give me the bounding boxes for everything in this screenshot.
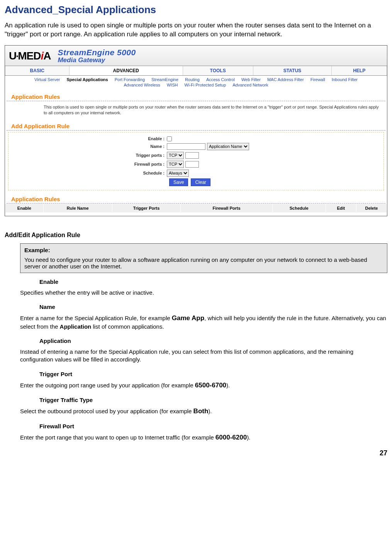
- product-line1: StreamEngine 5000: [58, 48, 136, 57]
- logo-med: MED: [18, 50, 41, 62]
- field-app-head: Application: [39, 338, 387, 344]
- save-button[interactable]: Save: [169, 178, 188, 186]
- subnav-mac-filter[interactable]: MAC Address Filter: [267, 77, 304, 82]
- txt: list of common applications.: [91, 323, 164, 330]
- col-rule-name: Rule Name: [43, 204, 112, 212]
- txt: ).: [247, 434, 250, 441]
- page-number: 27: [5, 449, 387, 457]
- sub-nav-row2: Advanced Wireless WISH Wi-Fi Protected S…: [5, 83, 387, 90]
- tab-basic[interactable]: BASIC: [5, 66, 70, 75]
- subnav-wish[interactable]: WISH: [167, 83, 178, 87]
- enable-checkbox[interactable]: [167, 136, 172, 141]
- subnav-access-control[interactable]: Access Control: [206, 77, 235, 82]
- tab-help[interactable]: HELP: [332, 66, 387, 75]
- firewall-port-input[interactable]: [185, 161, 199, 168]
- field-fport-head: Firewall Port: [39, 423, 387, 429]
- bold-6500-6700: 6500-6700: [195, 382, 226, 389]
- subnav-adv-network[interactable]: Advanced Network: [232, 83, 268, 87]
- subnav-inbound-filter[interactable]: Inbound Filter: [332, 77, 358, 82]
- name-label: Name :: [12, 144, 167, 149]
- router-logo: U▪MEDiA StreamEngine 5000 Media Gateway: [9, 48, 136, 64]
- name-input[interactable]: [167, 143, 205, 150]
- tab-status[interactable]: STATUS: [253, 66, 332, 75]
- clear-button[interactable]: Clear: [191, 178, 210, 186]
- doc-subhead: Add/Edit Application Rule: [5, 232, 387, 239]
- logo-u: U: [9, 50, 16, 62]
- subnav-special-apps[interactable]: Special Applications: [67, 77, 108, 82]
- section-app-rules-header: Application Rules: [7, 90, 385, 101]
- txt: Enter the port range that you want to op…: [20, 434, 216, 441]
- txt: ).: [208, 408, 212, 414]
- section-app-rules-desc: This option is used to open single or mu…: [5, 101, 387, 119]
- logo-icon: U▪MEDiA: [9, 50, 51, 62]
- field-enable-desc: Specifies whether the entry will be acti…: [20, 289, 387, 297]
- section-add-rule-header: Add Application Rule: [7, 119, 385, 131]
- field-tport-desc: Enter the outgoing port range used by yo…: [20, 381, 387, 390]
- add-rule-form: Enable : Name : Application Name Trigger…: [8, 132, 384, 190]
- col-edit: Edit: [326, 204, 356, 212]
- schedule-label: Schedule :: [12, 171, 167, 175]
- field-enable-head: Enable: [39, 278, 387, 285]
- logo-redi: i: [41, 50, 43, 62]
- col-schedule: Schedule: [272, 204, 326, 212]
- subnav-virtual-server[interactable]: Virtual Server: [34, 77, 60, 82]
- txt: ).: [226, 382, 230, 389]
- bold-both: Both: [193, 407, 209, 415]
- tab-advanced[interactable]: ADVANCED: [69, 66, 183, 75]
- bold-game-app: Game App: [172, 314, 204, 322]
- field-ttype-desc: Select the outbound protocol used by you…: [20, 407, 387, 416]
- subnav-streamengine[interactable]: StreamEngine: [151, 77, 178, 82]
- logo-a: A: [43, 50, 51, 62]
- col-firewall-ports: Firewall Ports: [181, 204, 272, 212]
- rules-table: Enable Rule Name Trigger Ports Firewall …: [5, 204, 387, 213]
- txt: Enter a name for the Special Application…: [20, 315, 172, 321]
- subnav-port-forwarding[interactable]: Port Forwarding: [115, 77, 145, 82]
- section-rules-table-header: Application Rules: [7, 192, 385, 204]
- field-tport-head: Trigger Port: [39, 371, 387, 377]
- subnav-adv-wireless[interactable]: Advanced Wireless: [124, 83, 160, 87]
- example-title: Example:: [24, 247, 383, 253]
- application-name-select[interactable]: Application Name: [207, 143, 249, 150]
- example-box: Example: You need to configure your rout…: [20, 243, 387, 273]
- router-header: U▪MEDiA StreamEngine 5000 Media Gateway: [5, 46, 387, 66]
- tab-tools[interactable]: TOOLS: [183, 66, 253, 75]
- main-tabs: BASIC ADVANCED TOOLS STATUS HELP: [5, 66, 387, 76]
- schedule-select[interactable]: Always: [167, 170, 189, 177]
- firewall-proto-select[interactable]: TCP: [167, 161, 184, 168]
- example-body: You need to configure your router to all…: [24, 256, 383, 270]
- subnav-firewall[interactable]: Firewall: [311, 77, 325, 82]
- subnav-routing[interactable]: Routing: [185, 77, 200, 82]
- subnav-wps[interactable]: Wi-Fi Protected Setup: [185, 83, 226, 87]
- router-screenshot-frame: U▪MEDiA StreamEngine 5000 Media Gateway …: [5, 45, 387, 216]
- bold-6000-6200: 6000-6200: [216, 434, 247, 441]
- col-trigger-ports: Trigger Ports: [112, 204, 181, 212]
- field-app-desc: Instead of entering a name for the Speci…: [20, 348, 387, 364]
- page-title: Advanced_Special Applications: [5, 4, 387, 16]
- product-line2: Media Gateway: [58, 56, 136, 64]
- firewall-ports-label: Firewall ports :: [12, 162, 167, 166]
- txt: Select the outbound protocol used by you…: [20, 408, 193, 414]
- col-enable: Enable: [5, 204, 44, 212]
- intro-paragraph: An application rule is used to open sing…: [5, 21, 387, 39]
- sub-nav-row1: Virtual Server Special Applications Port…: [5, 76, 387, 83]
- txt: Enter the outgoing port range used by yo…: [20, 382, 195, 389]
- field-ttype-head: Trigger Traffic Type: [39, 397, 387, 403]
- col-delete: Delete: [356, 204, 387, 212]
- field-name-head: Name: [39, 304, 387, 310]
- trigger-port-input[interactable]: [185, 152, 199, 159]
- bold-application: Application: [60, 323, 92, 330]
- enable-label: Enable :: [12, 136, 167, 141]
- subnav-web-filter[interactable]: Web Filter: [241, 77, 261, 82]
- trigger-ports-label: Trigger ports :: [12, 153, 167, 158]
- trigger-proto-select[interactable]: TCP: [167, 152, 184, 159]
- field-name-desc: Enter a name for the Special Application…: [20, 314, 387, 331]
- field-fport-desc: Enter the port range that you want to op…: [20, 433, 387, 442]
